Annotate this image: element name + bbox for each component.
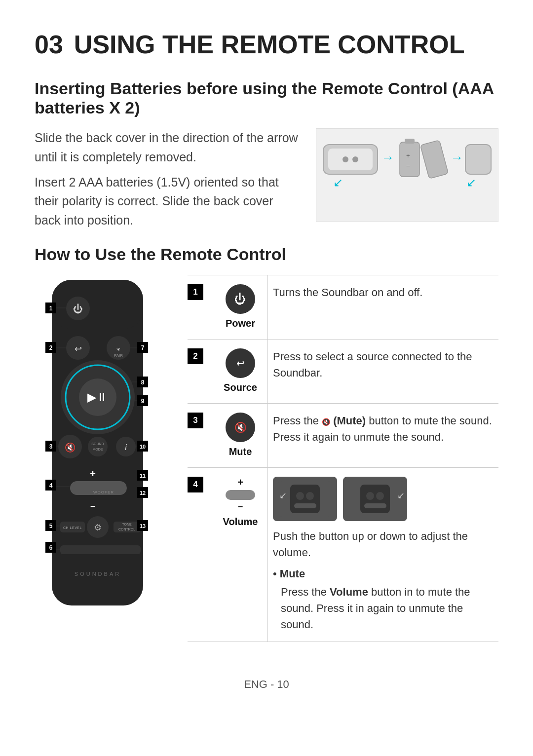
svg-text:1: 1: [49, 305, 53, 312]
volume-label: Volume: [223, 516, 258, 528]
legend-row-volume: 4 + − Volume: [188, 467, 498, 642]
legend-row-source: 2 ↩ Source Press to select a source conn…: [188, 339, 498, 403]
svg-text:▶⏸: ▶⏸: [87, 390, 108, 404]
svg-text:6: 6: [49, 544, 53, 551]
svg-text:↙: ↙: [397, 491, 405, 500]
svg-point-86: [306, 492, 314, 500]
svg-rect-78: [60, 545, 141, 554]
svg-text:WOOFER: WOOFER: [93, 490, 114, 494]
svg-text:⏻: ⏻: [73, 303, 83, 314]
volume-images: ↙ ↙: [273, 477, 494, 521]
svg-point-85: [296, 492, 304, 500]
svg-text:↙: ↙: [333, 176, 343, 189]
svg-text:11: 11: [140, 473, 146, 479]
legend-desc-source: Press to select a source connected to th…: [267, 340, 498, 403]
svg-text:8: 8: [141, 379, 145, 386]
svg-rect-84: [290, 485, 320, 513]
footer-text: ENG - 10: [244, 678, 289, 690]
svg-text:→: →: [381, 150, 394, 165]
howto-section: How to Use the Remote Control ⏻ 1 ↩: [35, 245, 498, 653]
svg-rect-9: [420, 140, 449, 179]
legend-num-4: 4: [188, 468, 213, 492]
legend-desc-power: Turns the Soundbar on and off.: [267, 275, 498, 339]
battery-section-title: Inserting Batteries before using the Rem…: [35, 79, 498, 117]
page-footer: ENG - 10: [35, 678, 498, 691]
legend-icon-volume: + − Volume: [213, 468, 267, 528]
chapter-num: 03: [35, 30, 63, 59]
svg-text:CH LEVEL: CH LEVEL: [63, 526, 82, 529]
svg-text:⁎: ⁎: [116, 344, 120, 352]
svg-text:↙: ↙: [279, 491, 287, 500]
remote-diagram: ⏻ 1 ↩ 2 ⁎ PAIR 7: [35, 275, 173, 653]
svg-point-47: [88, 437, 108, 456]
legend-num-1: 1: [188, 275, 213, 339]
svg-text:PAIR: PAIR: [114, 353, 123, 358]
svg-rect-93: [364, 503, 386, 508]
legend-num-2: 2: [188, 340, 213, 403]
chapter-title-text: USING THE REMOTE CONTROL: [74, 30, 465, 59]
svg-text:2: 2: [49, 344, 53, 351]
howto-title: How to Use the Remote Control: [35, 245, 498, 264]
legend-desc-volume: ↙ ↙: [267, 468, 498, 642]
svg-text:↩: ↩: [75, 344, 82, 354]
legend-icon-source: ↩ Source: [213, 340, 267, 403]
legend-icon-mute: 🔇 Mute: [213, 404, 267, 467]
battery-text: Slide the back cover in the direction of…: [35, 128, 301, 230]
svg-point-2: [343, 156, 348, 162]
legend-icon-power: ⏻ Power: [213, 275, 267, 339]
svg-point-91: [366, 492, 374, 500]
svg-text:4: 4: [49, 482, 53, 489]
svg-text:TONE: TONE: [122, 523, 132, 526]
svg-text:7: 7: [141, 344, 145, 351]
svg-text:🔇: 🔇: [65, 442, 76, 453]
legend-num-3: 3: [188, 404, 213, 467]
svg-point-3: [352, 156, 358, 162]
svg-text:MODE: MODE: [93, 448, 103, 451]
battery-section: Inserting Batteries before using the Rem…: [35, 79, 498, 230]
svg-text:9: 9: [141, 398, 145, 405]
svg-text:−: −: [406, 162, 410, 170]
mute-label: Mute: [229, 446, 252, 457]
svg-text:i: i: [125, 443, 127, 452]
svg-text:SOUND: SOUND: [91, 442, 104, 446]
svg-text:3: 3: [49, 443, 53, 450]
battery-image: → + − → ↙ ↙: [316, 128, 498, 222]
svg-text:10: 10: [140, 444, 146, 450]
battery-text-2: Insert 2 AAA batteries (1.5V) oriented s…: [35, 173, 301, 230]
svg-text:→: →: [451, 150, 463, 165]
svg-text:5: 5: [49, 523, 53, 529]
source-label: Source: [224, 382, 257, 393]
remote-section: ⏻ 1 ↩ 2 ⁎ PAIR 7: [35, 275, 498, 653]
svg-text:−: −: [90, 501, 96, 511]
legend-panel: 1 ⏻ Power Turns the Soundbar on and off.…: [188, 275, 498, 653]
legend-row-mute: 3 🔇 Mute Press the 🔇 (Mute) button to mu…: [188, 403, 498, 467]
svg-rect-15: [52, 280, 143, 329]
svg-text:12: 12: [140, 490, 146, 496]
vol-image-1: ↙: [273, 477, 337, 521]
svg-text:13: 13: [140, 523, 146, 529]
svg-rect-6: [405, 139, 415, 144]
svg-rect-11: [465, 145, 491, 174]
battery-text-1: Slide the back cover in the direction of…: [35, 128, 301, 167]
svg-text:+: +: [90, 468, 96, 479]
chapter-title: 03USING THE REMOTE CONTROL: [35, 30, 498, 59]
vol-image-2: ↙: [343, 477, 407, 521]
svg-text:SOUNDBAR: SOUNDBAR: [75, 571, 121, 577]
svg-rect-90: [360, 485, 390, 513]
power-label: Power: [226, 318, 255, 329]
legend-desc-mute: Press the 🔇 (Mute) button to mute the so…: [267, 404, 498, 467]
svg-text:+: +: [406, 152, 410, 159]
svg-rect-87: [294, 503, 316, 508]
svg-text:CONTROL: CONTROL: [118, 528, 135, 531]
svg-rect-5: [400, 142, 419, 177]
svg-point-92: [376, 492, 384, 500]
legend-row-power: 1 ⏻ Power Turns the Soundbar on and off.: [188, 275, 498, 339]
svg-text:↙: ↙: [466, 176, 476, 189]
svg-rect-1: [328, 149, 373, 170]
svg-text:⚙: ⚙: [94, 523, 102, 532]
